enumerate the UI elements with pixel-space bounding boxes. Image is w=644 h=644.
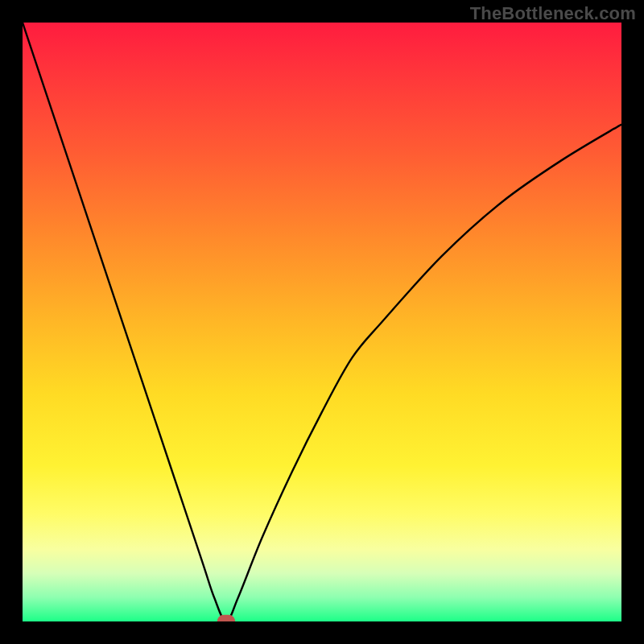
plot-area — [23, 23, 621, 621]
watermark-text: TheBottleneck.com — [470, 3, 636, 24]
chart-frame: TheBottleneck.com — [0, 0, 644, 644]
gradient-background — [23, 23, 621, 621]
